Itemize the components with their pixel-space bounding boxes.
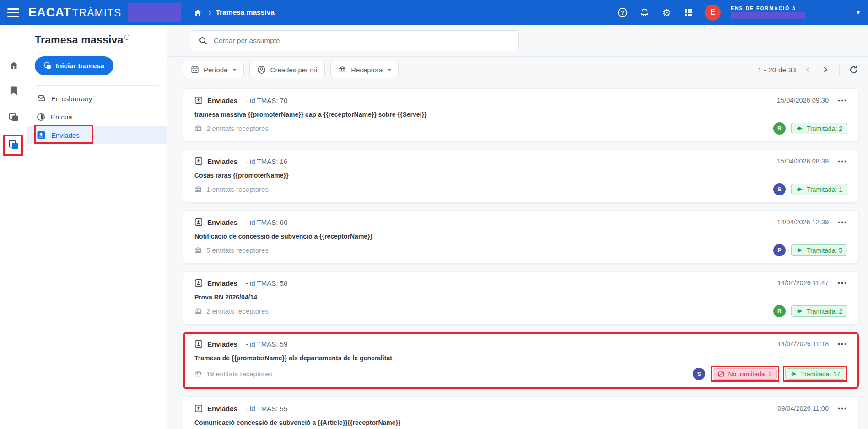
card-datetime: 15/04/2026 09:30 xyxy=(777,97,829,104)
logo-secondary: TRÀMITS xyxy=(72,7,122,19)
avatar: R xyxy=(773,122,786,135)
notifications-bell-icon[interactable] xyxy=(639,6,651,18)
card-recipients: 19 entitats receptores xyxy=(206,370,272,378)
card-recipients: 1 entitats receptores xyxy=(206,185,269,193)
card-subject: Notificació de concessió de subvenció a … xyxy=(194,233,847,240)
badge-group: Tramitada: 5 xyxy=(791,244,847,256)
rail-tramesa-massiva-icon[interactable] xyxy=(8,139,20,151)
tramesa-card[interactable]: Enviades - id TMAS: 59 14/04/2026 11:18 … xyxy=(183,332,859,389)
queue-icon xyxy=(37,113,45,121)
search-icon xyxy=(199,36,208,45)
redaction-box xyxy=(731,12,805,19)
card-subject: Prova RN 2026/04/14 xyxy=(194,293,847,301)
breadcrumb-chevron-icon: › xyxy=(208,8,211,16)
send-icon xyxy=(796,247,803,254)
card-id-label: - id TMAS: 70 xyxy=(246,97,287,104)
card-recipients: 5 entitats receptores xyxy=(206,246,269,254)
filter-periode[interactable]: Període ▾ xyxy=(183,61,244,78)
user-avatar[interactable]: E xyxy=(705,5,721,21)
card-datetime: 09/04/2026 11:00 xyxy=(777,405,829,412)
rail-bookmark-icon[interactable] xyxy=(9,86,18,96)
app-logo[interactable]: EACAT TRÀMITS xyxy=(28,5,121,20)
section-divider xyxy=(167,56,868,57)
card-recipients: 2 entitats receptores xyxy=(206,307,269,315)
sent-tray-icon xyxy=(194,279,203,287)
sidebar-divider xyxy=(35,85,159,86)
pagination-label: 1 - 20 de 33 xyxy=(758,66,796,74)
card-datetime: 14/04/2026 11:47 xyxy=(777,279,829,287)
sent-tray-icon xyxy=(194,157,203,165)
caret-down-icon: ▾ xyxy=(233,66,236,73)
card-id-label: - id TMAS: 58 xyxy=(246,279,287,287)
avatar: P xyxy=(773,244,786,256)
badge-group: Tramitada: 2 xyxy=(791,123,847,134)
more-options-icon[interactable] xyxy=(837,98,847,103)
annotation-box-badge: No tramitada: 2 xyxy=(711,366,779,382)
card-subject: Comunicació concessió de subvenció a {{A… xyxy=(194,419,847,426)
pagination: 1 - 20 de 33 xyxy=(758,64,859,75)
status-badge: Tramitada: 17 xyxy=(785,368,845,380)
sidebar-nav: En esborrany En cua Enviades xyxy=(27,89,167,144)
sent-tray-icon xyxy=(194,404,203,413)
badge-wrap: Tramitada: 2 xyxy=(791,305,847,317)
card-id-label: - id TMAS: 55 xyxy=(246,405,287,413)
tramesa-card[interactable]: Enviades - id TMAS: 55 09/04/2026 11:00 … xyxy=(183,396,859,429)
sidebar: Tramesa massivaⓘ Iniciar tramesa En esbo… xyxy=(27,25,167,429)
filter-row: Període ▾ Creades per mi Receptora ▾ 1 -… xyxy=(183,61,859,78)
rail-documents-icon[interactable] xyxy=(8,112,19,123)
sidebar-item-enviades[interactable]: Enviades xyxy=(27,126,167,144)
badge-wrap: Tramitada: 1 xyxy=(791,184,847,195)
card-datetime: 15/04/2026 08:39 xyxy=(777,157,829,165)
badge-wrap: Tramitada: 2 xyxy=(791,123,847,134)
card-type-label: Enviades xyxy=(207,279,237,287)
user-org-block: ENS DE FORMACIÓ A xyxy=(731,5,805,19)
avatar: S xyxy=(773,183,786,195)
send-icon xyxy=(790,370,797,377)
info-icon[interactable]: ⓘ xyxy=(124,34,130,41)
sidebar-item-en-cua[interactable]: En cua xyxy=(27,108,167,126)
more-options-icon[interactable] xyxy=(837,220,847,224)
home-icon[interactable] xyxy=(192,6,204,18)
tramesa-card[interactable]: Enviades - id TMAS: 58 14/04/2026 11:47 … xyxy=(183,271,859,325)
sidebar-item-esborrany[interactable]: En esborrany xyxy=(27,89,167,108)
icon-rail xyxy=(0,25,27,429)
card-id-label: - id TMAS: 59 xyxy=(246,340,287,348)
drawer-icon xyxy=(37,94,46,103)
card-type-label: Enviades xyxy=(207,218,237,226)
status-badge: Tramitada: 1 xyxy=(791,184,847,195)
prev-page-icon[interactable] xyxy=(803,64,814,75)
hamburger-menu-icon[interactable] xyxy=(7,8,19,17)
user-menu-caret-icon[interactable]: ▾ xyxy=(857,9,860,16)
card-type-label: Enviades xyxy=(207,157,237,165)
card-subject: Cosas raras {{promoterName}} xyxy=(194,172,847,179)
filter-creades-per-mi[interactable]: Creades per mi xyxy=(249,61,325,78)
rail-home-icon[interactable] xyxy=(8,60,19,71)
filter-receptora[interactable]: Receptora ▾ xyxy=(330,61,399,78)
cards-list: Enviades - id TMAS: 70 15/04/2026 09:30 … xyxy=(183,88,859,429)
more-options-icon[interactable] xyxy=(837,159,847,163)
send-icon xyxy=(796,125,803,132)
help-icon[interactable]: ? xyxy=(617,6,629,18)
more-options-icon[interactable] xyxy=(837,407,847,411)
topbar-actions: ? ⚙ E ENS DE FORMACIÓ A ▾ xyxy=(617,5,860,21)
tramesa-card[interactable]: Enviades - id TMAS: 70 15/04/2026 09:30 … xyxy=(183,88,859,142)
status-badge: Tramitada: 2 xyxy=(791,123,847,134)
refresh-icon[interactable] xyxy=(848,64,859,75)
next-page-icon[interactable] xyxy=(820,64,831,75)
badge-group: No tramitada: 2Tramitada: 17 xyxy=(711,366,847,382)
card-datetime: 14/04/2026 11:18 xyxy=(777,340,829,348)
search-input[interactable] xyxy=(214,37,511,45)
avatar: R xyxy=(773,305,786,317)
more-options-icon[interactable] xyxy=(837,342,847,346)
sent-tray-icon xyxy=(194,96,203,104)
more-options-icon[interactable] xyxy=(837,281,847,285)
settings-gear-icon[interactable]: ⚙ xyxy=(661,6,673,18)
person-circle-icon xyxy=(257,65,266,74)
status-badge: Tramitada: 2 xyxy=(791,305,847,317)
tramesa-card[interactable]: Enviades - id TMAS: 60 14/04/2026 12:39 … xyxy=(183,210,859,264)
apps-grid-icon[interactable] xyxy=(683,6,695,18)
breadcrumb: › Tramesa massiva xyxy=(192,6,274,18)
tramesa-card[interactable]: Enviades - id TMAS: 16 15/04/2026 08:39 … xyxy=(183,149,859,203)
main-content: Període ▾ Creades per mi Receptora ▾ 1 -… xyxy=(167,25,868,429)
start-tramesa-button[interactable]: Iniciar tramesa xyxy=(35,56,113,75)
